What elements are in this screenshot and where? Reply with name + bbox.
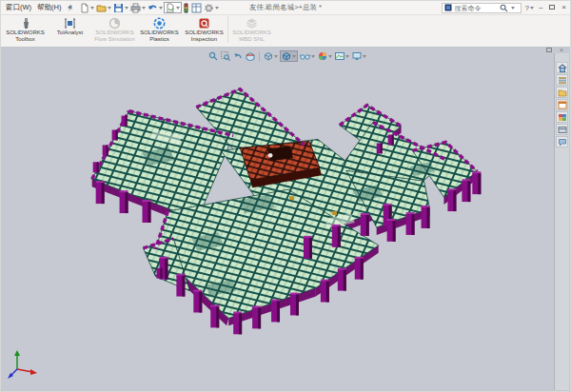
view-orientation-icon[interactable] — [263, 50, 279, 62]
headsup-view-toolbar — [207, 50, 367, 62]
document-title: 友佳.欧尚名城>+总装 * — [249, 3, 322, 12]
addin-inspection[interactable]: SOLIDWORKS Inspection — [182, 15, 226, 42]
search-input[interactable] — [454, 5, 498, 11]
inspection-icon — [182, 16, 226, 29]
apply-scene-icon[interactable] — [334, 50, 350, 62]
display-style-icon[interactable] — [280, 50, 298, 62]
options-button[interactable] — [203, 2, 220, 13]
toolbar-separator — [227, 16, 228, 43]
minimize-button[interactable]: – — [537, 4, 544, 11]
solidworks-search-icon — [444, 4, 452, 11]
open-button[interactable] — [95, 2, 112, 13]
plastics-icon — [137, 16, 182, 29]
tolanalyst-icon — [48, 16, 92, 29]
undo-button[interactable] — [147, 2, 164, 13]
document-window-controls: × — [544, 47, 565, 54]
solidworks-resources-icon[interactable] — [556, 62, 568, 73]
addins-toolbar: SOLIDWORKS Toolbox TolAnalyst SOLIDWORKS… — [1, 14, 570, 48]
file-explorer-icon[interactable] — [556, 87, 568, 98]
view-settings-icon[interactable] — [351, 50, 367, 62]
previous-view-icon[interactable] — [232, 50, 244, 62]
flow-simulation-icon — [92, 16, 137, 29]
title-bar: 窗口(W) 帮助(H) — [1, 1, 570, 15]
addin-toolbox[interactable]: SOLIDWORKS Toolbox — [3, 15, 48, 42]
doc-restore-button[interactable] — [544, 47, 554, 54]
help-button[interactable]: ? — [524, 4, 533, 12]
view-palette-icon[interactable] — [556, 99, 568, 110]
zoom-to-area-icon[interactable] — [220, 50, 231, 62]
selection-filter-button[interactable] — [182, 2, 190, 13]
graphics-viewport[interactable]: × — [2, 47, 569, 390]
save-button[interactable] — [112, 2, 129, 13]
solidworks-window: 窗口(W) 帮助(H) — [0, 0, 571, 392]
toolbar-separator — [259, 52, 260, 61]
reference-triad — [6, 348, 40, 381]
addin-mbd-snl[interactable]: SOLIDWORKS MBD SNL — [229, 15, 274, 42]
hide-show-items-icon[interactable] — [299, 50, 316, 62]
mbd-snl-icon — [229, 16, 274, 29]
addin-flow-simulation[interactable]: SOLIDWORKS Flow Simulation — [92, 15, 137, 42]
custom-properties-icon[interactable] — [556, 124, 568, 135]
print-button[interactable] — [129, 2, 147, 13]
quick-access-toolbar — [79, 2, 220, 13]
addin-plastics[interactable]: SOLIDWORKS Plastics — [137, 15, 182, 42]
file-properties-button[interactable] — [190, 2, 203, 13]
appearances-scenes-icon[interactable] — [556, 111, 568, 123]
x-axis-arrow — [30, 369, 37, 375]
restore-button[interactable] — [547, 4, 557, 11]
design-library-icon[interactable] — [556, 74, 568, 86]
search-magnifier-icon[interactable] — [500, 4, 508, 12]
task-pane — [554, 53, 569, 390]
menu-window[interactable]: 窗口(W) — [3, 3, 34, 12]
search-box[interactable] — [442, 3, 522, 13]
new-button[interactable] — [79, 2, 95, 13]
section-view-icon[interactable] — [245, 50, 256, 62]
rebuild-button[interactable] — [164, 2, 182, 13]
titlebar-right: ? – × — [442, 3, 568, 13]
addin-tolanalyst[interactable]: TolAnalyst — [48, 15, 92, 36]
menu-help[interactable]: 帮助(H) — [34, 3, 64, 12]
zoom-to-fit-icon[interactable] — [207, 50, 219, 62]
solidworks-forum-icon[interactable] — [556, 136, 568, 147]
close-button[interactable]: × — [560, 4, 568, 11]
y-axis-arrow — [14, 350, 20, 356]
toolbox-icon — [3, 16, 48, 29]
model-3d-view[interactable] — [2, 47, 569, 390]
search-scope-caret[interactable] — [511, 7, 515, 10]
pushpin-icon[interactable] — [67, 0, 74, 16]
doc-close-button[interactable]: × — [558, 47, 565, 54]
edit-appearance-icon[interactable] — [317, 50, 333, 62]
